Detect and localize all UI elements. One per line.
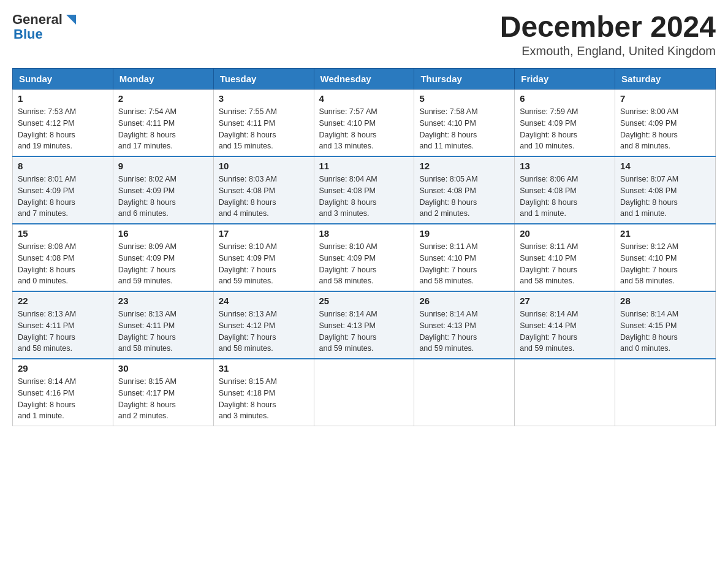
day-number: 30 — [118, 363, 208, 373]
day-number: 28 — [620, 296, 710, 306]
day-info: Sunrise: 8:12 AMSunset: 4:10 PMDaylight:… — [620, 241, 710, 287]
day-info: Sunrise: 8:15 AMSunset: 4:18 PMDaylight:… — [219, 376, 309, 422]
page-header: General Blue December 2024 Exmouth, Engl… — [12, 12, 716, 58]
day-number: 7 — [620, 93, 710, 104]
day-info: Sunrise: 7:55 AMSunset: 4:11 PMDaylight:… — [219, 106, 309, 152]
day-info: Sunrise: 8:11 AMSunset: 4:10 PMDaylight:… — [419, 241, 509, 287]
calendar-cell: 13Sunrise: 8:06 AMSunset: 4:08 PMDayligh… — [515, 156, 615, 224]
day-info: Sunrise: 8:06 AMSunset: 4:08 PMDaylight:… — [520, 174, 610, 220]
day-info: Sunrise: 8:14 AMSunset: 4:13 PMDaylight:… — [319, 308, 409, 354]
day-number: 15 — [18, 228, 108, 239]
header-friday: Friday — [515, 69, 615, 90]
calendar-week-4: 22Sunrise: 8:13 AMSunset: 4:11 PMDayligh… — [13, 291, 716, 359]
calendar-week-2: 8Sunrise: 8:01 AMSunset: 4:09 PMDaylight… — [13, 156, 716, 224]
calendar-cell: 12Sunrise: 8:05 AMSunset: 4:08 PMDayligh… — [414, 156, 515, 224]
day-info: Sunrise: 8:11 AMSunset: 4:10 PMDaylight:… — [520, 241, 610, 287]
day-info: Sunrise: 8:13 AMSunset: 4:12 PMDaylight:… — [219, 308, 309, 354]
header-thursday: Thursday — [414, 69, 515, 90]
day-number: 3 — [219, 93, 309, 104]
day-info: Sunrise: 8:14 AMSunset: 4:15 PMDaylight:… — [620, 308, 710, 354]
calendar-cell: 4Sunrise: 7:57 AMSunset: 4:10 PMDaylight… — [314, 90, 414, 157]
day-number: 2 — [118, 93, 208, 104]
day-info: Sunrise: 8:01 AMSunset: 4:09 PMDaylight:… — [18, 174, 108, 220]
day-info: Sunrise: 8:09 AMSunset: 4:09 PMDaylight:… — [118, 241, 208, 287]
svg-marker-0 — [66, 15, 76, 25]
day-number: 20 — [520, 228, 610, 239]
calendar-cell: 15Sunrise: 8:08 AMSunset: 4:08 PMDayligh… — [13, 224, 113, 291]
day-info: Sunrise: 8:13 AMSunset: 4:11 PMDaylight:… — [18, 308, 108, 354]
calendar-week-3: 15Sunrise: 8:08 AMSunset: 4:08 PMDayligh… — [13, 224, 716, 291]
calendar-cell: 5Sunrise: 7:58 AMSunset: 4:10 PMDaylight… — [414, 90, 515, 157]
calendar-cell: 22Sunrise: 8:13 AMSunset: 4:11 PMDayligh… — [13, 291, 113, 359]
day-info: Sunrise: 7:58 AMSunset: 4:10 PMDaylight:… — [419, 106, 509, 152]
day-info: Sunrise: 7:57 AMSunset: 4:10 PMDaylight:… — [319, 106, 409, 152]
calendar-cell: 29Sunrise: 8:14 AMSunset: 4:16 PMDayligh… — [13, 359, 113, 426]
day-info: Sunrise: 8:14 AMSunset: 4:14 PMDaylight:… — [520, 308, 610, 354]
calendar-cell: 11Sunrise: 8:04 AMSunset: 4:08 PMDayligh… — [314, 156, 414, 224]
calendar-cell: 2Sunrise: 7:54 AMSunset: 4:11 PMDaylight… — [113, 90, 213, 157]
calendar-cell: 14Sunrise: 8:07 AMSunset: 4:08 PMDayligh… — [615, 156, 716, 224]
header-tuesday: Tuesday — [213, 69, 314, 90]
day-number: 11 — [319, 161, 409, 171]
calendar-cell: 27Sunrise: 8:14 AMSunset: 4:14 PMDayligh… — [515, 291, 615, 359]
header-saturday: Saturday — [615, 69, 716, 90]
calendar-cell: 6Sunrise: 7:59 AMSunset: 4:09 PMDaylight… — [515, 90, 615, 157]
calendar-cell: 20Sunrise: 8:11 AMSunset: 4:10 PMDayligh… — [515, 224, 615, 291]
day-info: Sunrise: 8:15 AMSunset: 4:17 PMDaylight:… — [118, 376, 208, 422]
logo-triangle-icon — [64, 12, 78, 27]
day-number: 29 — [18, 363, 108, 373]
calendar-cell: 10Sunrise: 8:03 AMSunset: 4:08 PMDayligh… — [213, 156, 314, 224]
calendar-cell: 16Sunrise: 8:09 AMSunset: 4:09 PMDayligh… — [113, 224, 213, 291]
day-info: Sunrise: 8:08 AMSunset: 4:08 PMDaylight:… — [18, 241, 108, 287]
header-sunday: Sunday — [13, 69, 113, 90]
day-number: 16 — [118, 228, 208, 239]
day-info: Sunrise: 8:14 AMSunset: 4:13 PMDaylight:… — [419, 308, 509, 354]
day-number: 5 — [419, 93, 509, 104]
calendar-cell — [414, 359, 515, 426]
calendar-cell: 19Sunrise: 8:11 AMSunset: 4:10 PMDayligh… — [414, 224, 515, 291]
calendar-cell: 31Sunrise: 8:15 AMSunset: 4:18 PMDayligh… — [213, 359, 314, 426]
header-monday: Monday — [113, 69, 213, 90]
calendar-cell: 1Sunrise: 7:53 AMSunset: 4:12 PMDaylight… — [13, 90, 113, 157]
day-info: Sunrise: 7:59 AMSunset: 4:09 PMDaylight:… — [520, 106, 610, 152]
calendar-cell: 9Sunrise: 8:02 AMSunset: 4:09 PMDaylight… — [113, 156, 213, 224]
logo-text-blue: Blue — [13, 26, 43, 42]
logo: General Blue — [12, 12, 78, 42]
day-info: Sunrise: 8:03 AMSunset: 4:08 PMDaylight:… — [219, 174, 309, 220]
day-number: 4 — [319, 93, 409, 104]
day-info: Sunrise: 8:04 AMSunset: 4:08 PMDaylight:… — [319, 174, 409, 220]
day-info: Sunrise: 8:00 AMSunset: 4:09 PMDaylight:… — [620, 106, 710, 152]
day-number: 31 — [219, 363, 309, 373]
day-number: 22 — [18, 296, 108, 306]
weekday-header-row: Sunday Monday Tuesday Wednesday Thursday… — [13, 69, 716, 90]
calendar-cell: 30Sunrise: 8:15 AMSunset: 4:17 PMDayligh… — [113, 359, 213, 426]
location-subtitle: Exmouth, England, United Kingdom — [500, 44, 716, 58]
calendar-cell: 18Sunrise: 8:10 AMSunset: 4:09 PMDayligh… — [314, 224, 414, 291]
month-year-title: December 2024 — [500, 12, 716, 42]
day-number: 13 — [520, 161, 610, 171]
day-number: 10 — [219, 161, 309, 171]
day-number: 8 — [18, 161, 108, 171]
calendar-cell — [515, 359, 615, 426]
day-info: Sunrise: 8:05 AMSunset: 4:08 PMDaylight:… — [419, 174, 509, 220]
day-number: 17 — [219, 228, 309, 239]
day-number: 14 — [620, 161, 710, 171]
day-number: 6 — [520, 93, 610, 104]
calendar-cell — [615, 359, 716, 426]
day-number: 12 — [419, 161, 509, 171]
day-info: Sunrise: 8:13 AMSunset: 4:11 PMDaylight:… — [118, 308, 208, 354]
day-number: 27 — [520, 296, 610, 306]
header-wednesday: Wednesday — [314, 69, 414, 90]
calendar-cell: 8Sunrise: 8:01 AMSunset: 4:09 PMDaylight… — [13, 156, 113, 224]
calendar-cell — [314, 359, 414, 426]
calendar-cell: 23Sunrise: 8:13 AMSunset: 4:11 PMDayligh… — [113, 291, 213, 359]
day-number: 1 — [18, 93, 108, 104]
day-info: Sunrise: 8:14 AMSunset: 4:16 PMDaylight:… — [18, 376, 108, 422]
day-number: 26 — [419, 296, 509, 306]
calendar-cell: 25Sunrise: 8:14 AMSunset: 4:13 PMDayligh… — [314, 291, 414, 359]
calendar-week-1: 1Sunrise: 7:53 AMSunset: 4:12 PMDaylight… — [13, 90, 716, 157]
calendar-cell: 28Sunrise: 8:14 AMSunset: 4:15 PMDayligh… — [615, 291, 716, 359]
day-number: 9 — [118, 161, 208, 171]
day-number: 18 — [319, 228, 409, 239]
day-number: 19 — [419, 228, 509, 239]
